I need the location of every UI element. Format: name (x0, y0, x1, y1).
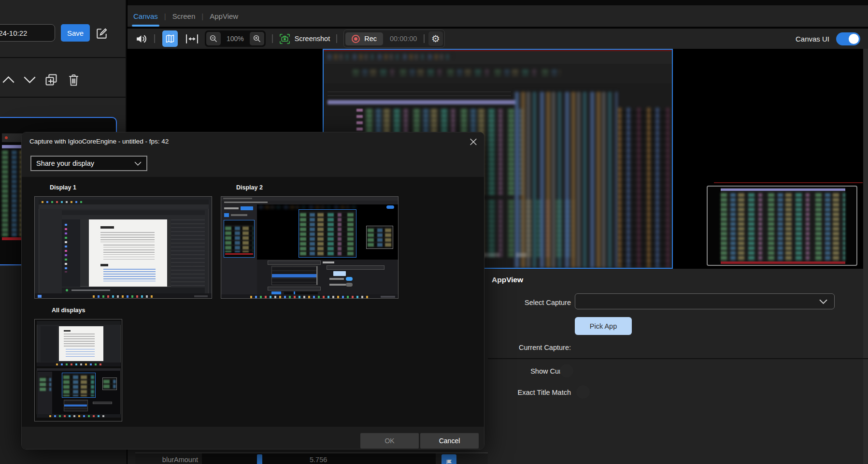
decor (316, 266, 317, 285)
decor: | (164, 12, 166, 20)
decor (56, 363, 104, 365)
close-icon (469, 137, 478, 146)
decor (424, 34, 425, 43)
record-timer: 00:00:00 (390, 35, 417, 43)
decor (272, 274, 316, 277)
decor (849, 34, 859, 44)
fit-width-icon[interactable] (185, 32, 199, 45)
apply-param-button[interactable] (441, 454, 456, 464)
pick-app-button[interactable]: Pick App (575, 317, 632, 335)
edit-name-icon[interactable] (95, 26, 109, 41)
decor (71, 290, 110, 291)
decor (39, 204, 209, 209)
map-icon (165, 33, 175, 44)
decor (299, 209, 356, 258)
decor (346, 277, 353, 281)
decor (515, 91, 617, 268)
tab-canvas[interactable]: Canvas (133, 5, 158, 27)
dialog-close-button[interactable] (466, 134, 481, 149)
decor (37, 368, 121, 371)
record-settings-gear-icon[interactable]: ⚙ (428, 31, 443, 46)
tab-screen[interactable]: Screen (172, 5, 196, 27)
decor (41, 326, 57, 362)
display-1-thumbnail[interactable] (34, 196, 212, 299)
canvas-ui-toggle[interactable] (836, 32, 860, 45)
decor (42, 201, 85, 203)
decor (63, 374, 94, 396)
decor (40, 377, 51, 391)
decor (323, 261, 334, 263)
dialog-header: Capture with IglooCoreEngine - untitled … (22, 132, 484, 177)
decor (103, 245, 155, 261)
decor (37, 321, 121, 325)
decor (64, 400, 88, 411)
delete-layer-icon[interactable] (66, 72, 81, 87)
tab-appview[interactable]: AppView (210, 5, 238, 27)
display2-label: Display 2 (236, 184, 263, 191)
blur-amount-slider[interactable]: 5.756 (202, 453, 436, 464)
blur-amount-value: 5.756 (310, 456, 327, 464)
show-cursor-label: Show Cursor (488, 367, 571, 375)
select-capture-label: Select Capture (488, 299, 571, 306)
all-displays-thumbnail[interactable] (34, 319, 122, 421)
decor (62, 373, 96, 398)
minimap-button[interactable] (162, 30, 178, 47)
decor (224, 213, 229, 217)
view-tabs: Canvas | Screen | AppView (128, 5, 868, 28)
divider (0, 97, 127, 98)
decor (62, 215, 205, 219)
zoom-control: 100% (205, 30, 266, 47)
decor (38, 295, 42, 298)
dialog-cancel-button[interactable]: Cancel (420, 433, 479, 449)
decor (89, 219, 167, 287)
audio-icon[interactable] (134, 32, 148, 45)
flag-icon (446, 459, 453, 464)
decor (103, 378, 116, 389)
appview-capture-preview[interactable] (707, 186, 857, 266)
share-source-value: Share your display (36, 160, 94, 167)
decor (560, 364, 573, 377)
decor (93, 402, 112, 404)
decor (100, 232, 155, 243)
decor (268, 287, 321, 290)
decor (259, 205, 356, 208)
decor (224, 202, 268, 203)
decor (102, 377, 117, 390)
decor (327, 265, 384, 270)
decor (366, 226, 393, 249)
display-2-thumbnail[interactable] (221, 196, 398, 299)
decor (618, 108, 669, 267)
move-layer-up-icon[interactable] (1, 74, 15, 86)
decor (241, 206, 253, 210)
decor (300, 212, 355, 256)
vertical-scrollbar[interactable] (863, 49, 868, 464)
decor (327, 91, 511, 97)
select-capture-dropdown[interactable] (575, 293, 835, 309)
decor (353, 68, 560, 76)
decor (231, 214, 247, 216)
slider-handle[interactable] (257, 454, 262, 464)
duplicate-layer-icon[interactable] (43, 72, 59, 87)
zoom-level: 100% (227, 35, 244, 43)
dialog-ok-button[interactable]: OK (360, 433, 419, 449)
decor (100, 226, 114, 229)
move-layer-down-icon[interactable] (22, 74, 37, 86)
canvas-toolbar: 100% Screenshot Rec 00:00:00 ⚙ (128, 29, 868, 49)
magnifier-minus-icon (209, 34, 218, 44)
share-source-dropdown[interactable]: Share your display (30, 156, 147, 171)
zoom-out-button[interactable] (206, 32, 221, 45)
canvas-ui-label: Canvas UI (796, 35, 829, 43)
preset-name-input[interactable] (0, 24, 55, 42)
decor (346, 283, 353, 287)
save-button[interactable]: Save (61, 24, 90, 42)
decor (721, 188, 845, 264)
decor (576, 385, 590, 399)
record-button[interactable]: Rec (345, 32, 383, 45)
decor (327, 100, 516, 104)
zoom-in-button[interactable] (250, 32, 264, 45)
record-icon (352, 35, 360, 43)
decor (49, 415, 107, 417)
screenshot-button[interactable]: Screenshot (279, 33, 330, 44)
decor (386, 205, 394, 209)
decor (381, 296, 395, 298)
